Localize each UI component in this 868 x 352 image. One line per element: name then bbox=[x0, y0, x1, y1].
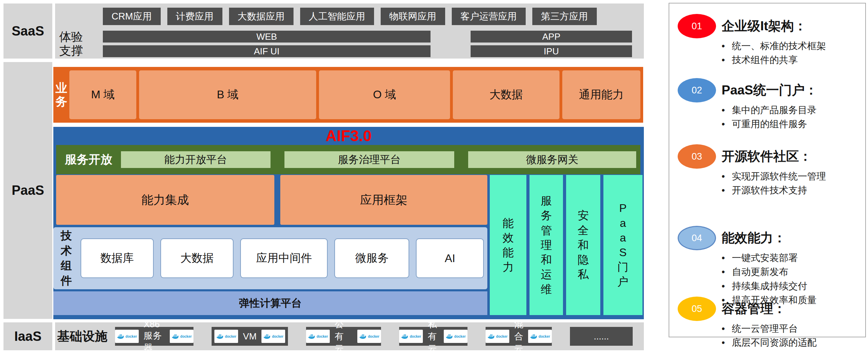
bullet-text: 可重用的组件服务 bbox=[732, 118, 807, 130]
bullet-icon: • bbox=[722, 266, 725, 277]
iaas-nodes-row: docker X86服务器 docker docker VM docker do… bbox=[115, 327, 633, 346]
aif-version-title: AIF3.0 bbox=[53, 127, 644, 145]
tech-components-row: 数据库 大数据 应用中间件 微服务 AI bbox=[81, 238, 484, 278]
service-open-row: 能力开放平台 服务治理平台 微服务网关 bbox=[121, 151, 636, 168]
saas-band: CRM应用 计费应用 大数据应用 人工智能应用 物联网应用 客户运营应用 第三方… bbox=[55, 3, 644, 59]
pillar-paas-portal: P a a S 门 户 bbox=[603, 175, 642, 315]
bullet-icon: • bbox=[722, 118, 725, 130]
bullet-icon: • bbox=[722, 337, 725, 348]
panel-item-title: 开源软件社区： bbox=[722, 148, 860, 165]
paas-container: AIF3.0 服务开放 能力开放平台 服务治理平台 微服务网关 能力集成 应用框… bbox=[53, 127, 644, 319]
docker-logo-icon: docker bbox=[170, 330, 193, 343]
bullet-icon: • bbox=[722, 281, 725, 292]
pillar-efficiency: 能 效 能 力 bbox=[490, 175, 526, 315]
docker-logo-icon: docker bbox=[214, 330, 238, 343]
panel-item-title: 容器管理： bbox=[722, 300, 860, 317]
iaas-node-hybrid-cloud: docker 混合云 docker bbox=[486, 327, 552, 346]
panel-item-title: 能效能力： bbox=[722, 229, 860, 247]
number-badge-04: 04 bbox=[678, 226, 716, 250]
service-governance-platform: 服务治理平台 bbox=[284, 151, 454, 168]
business-label: 业 务 bbox=[53, 67, 69, 123]
app-thirdparty: 第三方应用 bbox=[532, 8, 597, 25]
channel-aif-ui: AIF UI bbox=[103, 45, 431, 57]
iaas-node-vm: docker VM docker bbox=[212, 327, 288, 346]
tech-bigdata: 大数据 bbox=[160, 238, 234, 278]
tech-components-panel: 技 术 组 件 数据库 大数据 应用中间件 微服务 AI bbox=[53, 227, 487, 289]
docker-logo-icon: docker bbox=[399, 330, 423, 343]
bullet-text: 自动更新发布 bbox=[732, 266, 788, 277]
docker-logo-icon: docker bbox=[444, 330, 467, 343]
pillars-group: 能 效 能 力 服 务 管 理 和 运 维 安 全 和 隐 私 P a a S … bbox=[490, 175, 642, 315]
bullet-text: 集中的产品服务目录 bbox=[732, 105, 816, 116]
tech-components-label: 技 术 组 件 bbox=[58, 227, 74, 289]
feature-panel: 01 企业级It架构： •统一、标准的技术框架 •技术组件的共享 02 PaaS… bbox=[669, 3, 866, 337]
channel-web: WEB bbox=[103, 31, 431, 43]
docker-logo-icon: docker bbox=[261, 330, 285, 343]
number-badge-02: 02 bbox=[678, 78, 716, 102]
microservice-gateway: 微服务网关 bbox=[468, 151, 636, 168]
bullet-text: 统一、标准的技术框架 bbox=[732, 40, 826, 52]
docker-logo-icon: docker bbox=[115, 330, 139, 343]
bullet-text: 技术组件的共享 bbox=[732, 54, 798, 66]
capability-row: 能力集成 应用框架 bbox=[56, 175, 487, 225]
bullet-text: 实现开源软件统一管理 bbox=[732, 171, 826, 182]
service-open-band: 服务开放 能力开放平台 服务治理平台 微服务网关 bbox=[56, 145, 640, 174]
channel-stack-right: APP IPU bbox=[471, 31, 632, 57]
iaas-node-private-cloud: docker 私有云 docker bbox=[399, 327, 467, 346]
bullet-text: 统一云管理平台 bbox=[732, 323, 798, 334]
bullet-icon: • bbox=[722, 40, 725, 52]
tech-database: 数据库 bbox=[81, 238, 154, 278]
iaas-node-label: 公有云 bbox=[335, 318, 352, 352]
infrastructure-label: 基础设施 bbox=[57, 322, 107, 350]
business-domains-row: M 域 B 域 O 域 大数据 通用能力 bbox=[69, 70, 640, 119]
service-open-label: 服务开放 bbox=[56, 152, 121, 168]
bullet-icon: • bbox=[722, 323, 725, 334]
iaas-band: 基础设施 docker X86服务器 docker docker VM dock… bbox=[55, 322, 644, 350]
layer-label-iaas: IaaS bbox=[3, 322, 52, 350]
number-badge-05: 05 bbox=[678, 297, 716, 321]
bullet-text: 持续集成持续交付 bbox=[732, 281, 807, 292]
bullet-text: 底层不同资源的适配 bbox=[732, 337, 816, 348]
channel-app: APP bbox=[471, 31, 632, 43]
iaas-node-label: VM bbox=[243, 331, 257, 342]
architecture-diagram: SaaS PaaS IaaS CRM应用 计费应用 大数据应用 人工智能应用 物… bbox=[0, 0, 868, 352]
docker-logo-icon: docker bbox=[357, 330, 381, 343]
layer-label-saas: SaaS bbox=[3, 3, 52, 59]
bullet-icon: • bbox=[722, 185, 725, 196]
bullet-icon: • bbox=[722, 54, 725, 66]
capability-open-platform: 能力开放平台 bbox=[121, 151, 271, 168]
iaas-node-label: ...... bbox=[594, 331, 609, 342]
app-bigdata: 大数据应用 bbox=[229, 8, 294, 25]
bullet-text: 一键式安装部署 bbox=[732, 252, 798, 263]
experience-support-label: 体验 支撑 bbox=[59, 30, 102, 57]
iaas-node-label: 混合云 bbox=[514, 318, 523, 352]
pillar-service-mgmt-ops: 服 务 管 理 和 运 维 bbox=[530, 175, 563, 315]
bullet-icon: • bbox=[722, 105, 725, 116]
bullet-icon: • bbox=[722, 252, 725, 263]
channel-stack-left: WEB AIF UI bbox=[103, 31, 431, 57]
docker-logo-icon: docker bbox=[486, 330, 509, 343]
app-crm: CRM应用 bbox=[103, 8, 161, 25]
app-iot: 物联网应用 bbox=[381, 8, 445, 25]
iaas-node-more: ...... bbox=[570, 327, 633, 346]
iaas-node-label: X86服务器 bbox=[144, 319, 165, 352]
bullet-icon: • bbox=[722, 171, 725, 182]
number-badge-01: 01 bbox=[678, 14, 716, 38]
pillar-security-privacy: 安 全 和 隐 私 bbox=[566, 175, 600, 315]
panel-item-title: 企业级It架构： bbox=[722, 17, 860, 35]
app-billing: 计费应用 bbox=[167, 8, 222, 25]
business-band: 业 务 M 域 B 域 O 域 大数据 通用能力 bbox=[53, 67, 643, 123]
domain-bigdata: 大数据 bbox=[453, 70, 559, 119]
tech-middleware: 应用中间件 bbox=[240, 238, 328, 278]
panel-item-title: PaaS统一门户： bbox=[722, 82, 860, 99]
domain-b: B 域 bbox=[139, 70, 316, 119]
domain-o: O 域 bbox=[319, 70, 450, 119]
iaas-node-public-cloud: docker 公有云 docker bbox=[306, 327, 381, 346]
saas-app-row: CRM应用 计费应用 大数据应用 人工智能应用 物联网应用 客户运营应用 第三方… bbox=[103, 8, 597, 25]
elastic-compute-platform: 弹性计算平台 bbox=[53, 291, 487, 315]
domain-common: 通用能力 bbox=[562, 70, 640, 119]
bullet-text: 开源软件技术支持 bbox=[732, 185, 807, 196]
number-badge-03: 03 bbox=[678, 144, 716, 169]
docker-logo-icon: docker bbox=[306, 330, 330, 343]
capability-integration-box: 能力集成 bbox=[56, 175, 274, 225]
